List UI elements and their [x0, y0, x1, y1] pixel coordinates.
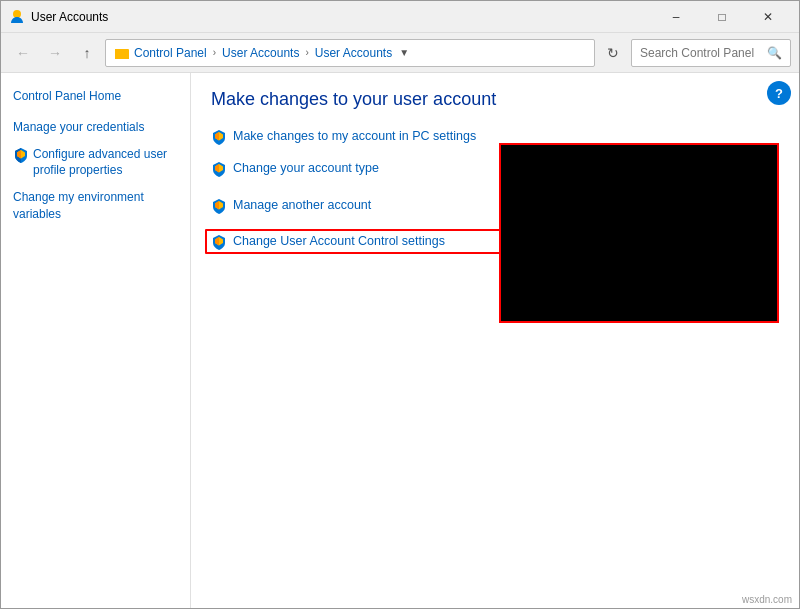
maximize-button[interactable]: □	[699, 1, 745, 33]
sidebar-item-manage-credentials[interactable]: Manage your credentials	[1, 116, 190, 139]
sidebar: Control Panel Home Manage your credentia…	[1, 73, 191, 608]
window: User Accounts – □ ✕ ← → ↑ Control Panel …	[0, 0, 800, 609]
address-field[interactable]: Control Panel › User Accounts › User Acc…	[105, 39, 595, 67]
sidebar-item-configure-advanced-label: Configure advanced user profile properti…	[33, 146, 178, 180]
forward-button[interactable]: →	[41, 39, 69, 67]
main-panel: ? Make changes to your user account Make…	[191, 73, 799, 608]
sidebar-item-change-environment[interactable]: Change my environment variables	[1, 186, 190, 226]
preview-box	[499, 143, 779, 323]
breadcrumb-control-panel[interactable]: Control Panel	[134, 46, 207, 60]
breadcrumb-sep-2: ›	[305, 47, 308, 58]
help-button[interactable]: ?	[767, 81, 791, 105]
page-title: Make changes to your user account	[211, 89, 779, 110]
action-change-account-type-label: Change your account type	[233, 160, 379, 178]
search-icon: 🔍	[767, 46, 782, 60]
search-box[interactable]: 🔍	[631, 39, 791, 67]
breadcrumb-user-accounts-1[interactable]: User Accounts	[222, 46, 299, 60]
refresh-button[interactable]: ↻	[599, 39, 627, 67]
sidebar-item-configure-advanced[interactable]: Configure advanced user profile properti…	[1, 143, 190, 183]
window-title: User Accounts	[31, 10, 653, 24]
address-bar: ← → ↑ Control Panel › User Accounts › Us…	[1, 33, 799, 73]
action-make-changes-pc-label: Make changes to my account in PC setting…	[233, 128, 476, 146]
address-dropdown-button[interactable]: ▼	[396, 39, 412, 67]
svg-point-0	[13, 10, 21, 18]
title-bar: User Accounts – □ ✕	[1, 1, 799, 33]
sidebar-item-control-panel-home[interactable]: Control Panel Home	[1, 85, 190, 108]
breadcrumb-user-accounts-2[interactable]: User Accounts	[315, 46, 392, 60]
search-input[interactable]	[640, 46, 763, 60]
action-manage-another-label: Manage another account	[233, 197, 371, 215]
close-button[interactable]: ✕	[745, 1, 791, 33]
back-button[interactable]: ←	[9, 39, 37, 67]
up-button[interactable]: ↑	[73, 39, 101, 67]
content-area: Control Panel Home Manage your credentia…	[1, 73, 799, 608]
action-change-uac-label: Change User Account Control settings	[233, 233, 445, 251]
window-controls: – □ ✕	[653, 1, 791, 33]
minimize-button[interactable]: –	[653, 1, 699, 33]
window-icon	[9, 9, 25, 25]
breadcrumb-sep-1: ›	[213, 47, 216, 58]
watermark: wsxdn.com	[742, 594, 792, 605]
